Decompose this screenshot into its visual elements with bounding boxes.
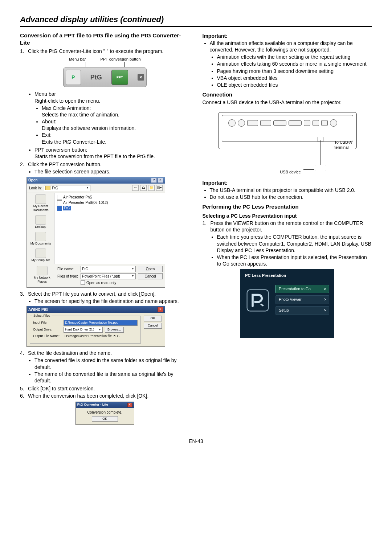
close-icon[interactable]: × bbox=[127, 403, 132, 407]
readonly-checkbox[interactable] bbox=[81, 280, 85, 285]
lookin-label: Look in: bbox=[29, 186, 42, 190]
filename-input[interactable]: PtG▼ bbox=[81, 266, 136, 272]
chevron-right-icon: > bbox=[324, 308, 326, 313]
filename-label: File name: bbox=[57, 267, 78, 271]
connection-heading: Connection bbox=[203, 91, 372, 98]
complete-dialog: PtG Converter - Lite × Conversion comple… bbox=[75, 402, 134, 425]
chevron-down-icon: ▼ bbox=[86, 186, 89, 190]
place-recent[interactable]: My Recent Documents bbox=[28, 194, 54, 212]
complete-title: PtG Converter - Lite bbox=[77, 403, 108, 407]
chevron-down-icon[interactable]: ▼ bbox=[98, 328, 101, 332]
usb-device-icon bbox=[315, 165, 326, 171]
step3-bullet: The screen for specifying the file desti… bbox=[34, 298, 190, 304]
ok-button[interactable]: OK bbox=[144, 316, 162, 321]
lookin-select[interactable]: PtG ▼ bbox=[44, 185, 90, 191]
outputname-label: Output File Name: bbox=[33, 334, 61, 338]
ptg-logo-icon[interactable]: P bbox=[66, 70, 81, 85]
usb-plug-icon bbox=[318, 137, 323, 142]
chevron-down-icon[interactable]: ▼ bbox=[131, 267, 134, 271]
step-number: 6. bbox=[20, 393, 28, 399]
close-icon[interactable]: × bbox=[158, 178, 163, 183]
group-title: Select Files bbox=[32, 314, 52, 318]
imp-sub: Animation effects taking 60 seconds or m… bbox=[217, 61, 372, 67]
ppt-conversion-button[interactable]: PPT bbox=[111, 70, 128, 85]
new-folder-icon[interactable]: 📁 bbox=[148, 185, 155, 191]
exit-item: Exit: bbox=[42, 132, 52, 138]
file-item[interactable]: Air Presenter PnS bbox=[57, 195, 163, 200]
place-mycomp[interactable]: My Computer bbox=[31, 249, 50, 262]
max-circle-item: Max Circle Animation: bbox=[42, 105, 91, 111]
open-button[interactable]: Open bbox=[138, 266, 163, 272]
pcless-item-presentation[interactable]: Presentation to Go> bbox=[275, 285, 329, 294]
file-item[interactable]: Air Presenter PnS(06-1012) bbox=[57, 200, 163, 205]
pcless-item-photoviewer[interactable]: Photo Viewer> bbox=[275, 295, 329, 304]
step4-bullet1: The converted file is stored in the same… bbox=[34, 357, 190, 370]
ok-button[interactable]: OK bbox=[92, 416, 118, 422]
step-number: 2. bbox=[20, 161, 28, 168]
place-desktop[interactable]: Desktop bbox=[35, 215, 46, 229]
place-network[interactable]: My Network Places bbox=[29, 266, 55, 284]
menubar-desc: Right-click to open the menu. bbox=[34, 98, 100, 104]
step2-bullet: The file selection screen appears. bbox=[34, 168, 190, 175]
important-heading: Important: bbox=[203, 33, 372, 39]
chevron-down-icon[interactable]: ▼ bbox=[131, 274, 134, 278]
inputfile-field[interactable]: D:\ImageCaster Presentation file.ppt bbox=[64, 320, 138, 326]
chevron-right-icon: > bbox=[324, 297, 326, 302]
step-number: 4. bbox=[20, 350, 28, 356]
about-item: About: bbox=[42, 119, 56, 124]
outputdrive-select[interactable]: Hard Disk Drive (D:)▼ bbox=[64, 327, 103, 333]
cancel-button[interactable]: Cancel bbox=[144, 323, 162, 329]
step4-text: Set the file destination and the name. bbox=[28, 350, 190, 356]
filetype-select[interactable]: PowerPoint Files (*.ppt)▼ bbox=[81, 273, 136, 279]
step-number: 1. bbox=[203, 220, 211, 233]
step2-text: Click the PPT conversion button. bbox=[28, 161, 190, 168]
pcless-title: PC Less Presentation bbox=[245, 273, 329, 278]
ptg-converter-bar: P PtG PPT × bbox=[63, 67, 147, 87]
label-pptbtn: PPT conversion button bbox=[100, 57, 140, 62]
important-heading-2: Important: bbox=[203, 180, 372, 186]
file-list[interactable]: Air Presenter PnS Air Presenter PnS(06-1… bbox=[55, 193, 165, 264]
step4-bullet2: The name of the converted file is the sa… bbox=[34, 371, 190, 384]
browse-button[interactable]: Browse... bbox=[105, 327, 124, 333]
help-icon[interactable]: ? bbox=[151, 178, 157, 183]
max-circle-desc: Selects the max time of animation. bbox=[42, 112, 119, 118]
outputdrive-label: Output Drive: bbox=[33, 328, 61, 332]
svg-rect-0 bbox=[247, 290, 269, 311]
open-dialog-title: Open bbox=[28, 178, 38, 182]
awind-dialog: AWIND PtG × Select Files Input File: D:\… bbox=[26, 306, 165, 347]
outputname-value: D:\ImageCaster Presentation file.PTG bbox=[64, 334, 121, 339]
folder-icon bbox=[45, 186, 50, 190]
imp-sub: VBA object embedded files bbox=[217, 75, 372, 81]
title-rule bbox=[20, 26, 372, 27]
pcless-screen: PC Less Presentation Presentation to Go>… bbox=[240, 269, 334, 338]
page-title: Advanced display utilities (continued) bbox=[20, 15, 372, 25]
close-icon[interactable]: × bbox=[138, 74, 144, 81]
perf-step1: Press the VIEWER button on the remote co… bbox=[211, 220, 372, 233]
views-icon[interactable]: ▥▾ bbox=[156, 185, 163, 191]
ptg-bar-text: PtG bbox=[90, 73, 102, 82]
imp2b: Do not use a USB hub for the connection. bbox=[210, 194, 372, 200]
annotation-usbdev: USB device bbox=[280, 169, 301, 175]
file-item-selected[interactable]: PtG bbox=[57, 206, 163, 211]
important-text: All the animation effects available on a… bbox=[210, 40, 353, 53]
label-menubar: Menu bar bbox=[69, 57, 86, 62]
cancel-button[interactable]: Cancel bbox=[138, 273, 163, 279]
pptconv-desc: Starts the conversion from the PPT file … bbox=[34, 153, 155, 159]
filetype-label: Files of type: bbox=[57, 274, 78, 279]
lookin-value: PtG bbox=[52, 186, 58, 190]
close-icon[interactable]: × bbox=[158, 307, 163, 312]
perf-bullet2: When the PC Less Presentation input is s… bbox=[217, 254, 372, 267]
annotation-usba: To USB-A terminal bbox=[334, 140, 363, 150]
awind-title: AWIND PtG bbox=[28, 307, 48, 312]
step-number: 5. bbox=[20, 385, 28, 392]
complete-msg: Conversion complete. bbox=[78, 410, 132, 415]
performing-heading: Performing the PC Less Presentation bbox=[203, 203, 372, 210]
place-mydocs[interactable]: My Documents bbox=[30, 232, 51, 246]
back-icon[interactable]: ⇦ bbox=[132, 185, 139, 191]
up-icon[interactable]: 🗀 bbox=[140, 185, 147, 191]
imp-sub: Animation effects with the timer setting… bbox=[217, 54, 372, 60]
inputfile-label: Input File: bbox=[33, 321, 61, 325]
section-conversion-heading: Conversion of a PPT file to PtG file usi… bbox=[20, 32, 190, 46]
pcless-item-setup[interactable]: Setup> bbox=[275, 306, 329, 315]
step-number: 1. bbox=[20, 48, 28, 54]
